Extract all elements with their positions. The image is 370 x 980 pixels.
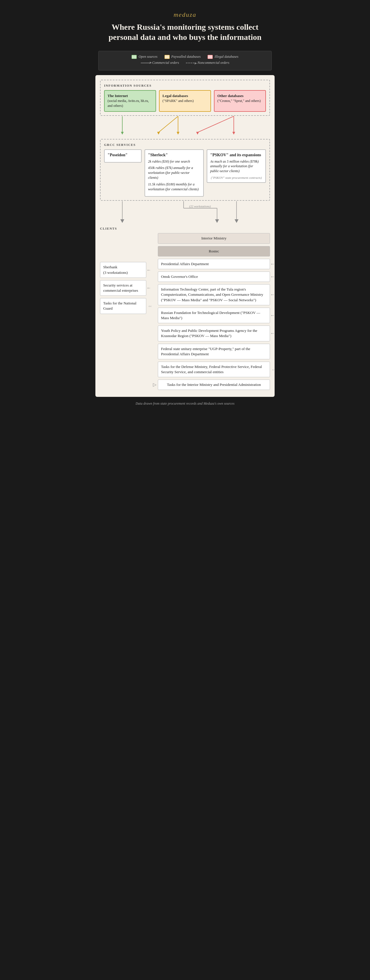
client-sberbank-text: Sberbank(3 workstations) <box>103 265 128 274</box>
sherlock-detail-2: 450k rubles ($7k) annually for a worksta… <box>148 165 200 180</box>
foundation-arrow: ← <box>270 312 275 318</box>
svg-marker-9 <box>233 132 235 135</box>
interior-presidential-arrow: ▷ <box>153 382 156 388</box>
legend-commercial: Commercial orders <box>141 60 179 65</box>
source-internet-detail: (social media, Avito.ru, hh.ru, and othe… <box>107 99 149 108</box>
clients-section-label: CLIENTS <box>100 227 270 230</box>
svg-marker-7 <box>196 132 199 135</box>
defense-text: Tasks for the Defense Ministry, Federal … <box>161 364 262 374</box>
legend-open-sources: Open sources <box>132 54 157 59</box>
source-other-title: Other databases <box>217 94 243 98</box>
grcc-section: GRCC SERVICES "Poseidon" "Sherlock" 2k r… <box>100 139 270 201</box>
source-other: Other databases ("Cronos," "Sprut," and … <box>214 90 266 112</box>
clients-right-col: Interior Ministry Rostec Presidential Af… <box>158 233 270 392</box>
sherlock-detail-1: 2k rubles ($30) for one search <box>148 159 200 164</box>
pskov-title: "PSKOV" and its expansions <box>210 153 263 158</box>
client-rostec: Rostec <box>158 246 270 256</box>
legend-green-box <box>132 55 137 59</box>
svg-marker-3 <box>157 132 160 135</box>
client-national-guard: Tasks for the National Guard ‹ ‹ <box>100 298 146 314</box>
legend-paywalled-label: Paywalled databases <box>171 54 201 59</box>
clients-layout: Sberbank(3 workstations) ← Security serv… <box>100 233 270 392</box>
security-services-text: Security services at commercial enterpri… <box>103 283 138 293</box>
legend-open-label: Open sources <box>139 54 157 59</box>
main-title: Where Russia's monitoring systems collec… <box>101 22 269 42</box>
source-internet: The Internet (social media, Avito.ru, hh… <box>104 90 156 112</box>
client-interior-ministry: Interior Ministry <box>158 233 270 243</box>
legend-commercial-label: Commercial orders <box>152 60 179 65</box>
footer: Data drawn from state procurement record… <box>92 397 278 410</box>
source-other-detail: ("Cronos," "Sprut," and others) <box>217 99 261 103</box>
client-tula-it: Information Technology Center, part of t… <box>158 284 270 305</box>
svg-marker-5 <box>177 132 180 135</box>
sherlock-detail-3: 11.5k rubles ($180) monthly for a workst… <box>148 182 200 192</box>
client-youth-policy: Youth Policy and Public Development Prog… <box>158 326 270 341</box>
page: meduza Where Russia's monitoring systems… <box>92 6 278 410</box>
security-arrow-left: ← <box>147 285 151 291</box>
pskov-detail-1: As much as 5 million rubles ($78k) annua… <box>210 159 263 173</box>
legend-row-1: Open sources Paywalled databases Illegal… <box>104 54 266 59</box>
client-sberbank: Sberbank(3 workstations) ← <box>100 262 146 278</box>
ugp-text: Federal state unitary enterprise "UGP-Pr… <box>161 347 250 356</box>
legend-box: Open sources Paywalled databases Illegal… <box>98 51 272 70</box>
grcc-to-clients-arrows: (22 workstations) <box>100 201 270 227</box>
youth-arrow: ← <box>270 330 275 336</box>
grcc-poseidon-box: "Poseidon" <box>104 150 142 162</box>
grcc-row: "Poseidon" "Sherlock" 2k rubles ($30) fo… <box>104 150 266 197</box>
national-guard-text: Tasks for the National Guard <box>103 301 136 310</box>
client-omsk: Omsk Governor's Office ← <box>158 272 270 282</box>
diagram-container: INFORMATION SOURCES The Internet (social… <box>96 75 274 397</box>
legend-pink-box <box>207 55 213 59</box>
poseidon-title: "Poseidon" <box>107 153 138 158</box>
svg-line-2 <box>158 116 178 132</box>
client-security-services: Security services at commercial enterpri… <box>100 280 146 296</box>
clients-left-col: Sberbank(3 workstations) ← Security serv… <box>100 233 146 316</box>
legend-orange-box <box>164 55 170 59</box>
mid-arrows-svg: (22 workstations) <box>100 201 270 227</box>
arrow-dashed-icon <box>186 63 195 63</box>
tula-it-text: Information Technology Center, part of t… <box>161 287 263 302</box>
grcc-pskov-box: "PSKOV" and its expansions As much as 5 … <box>207 150 266 183</box>
russian-foundation-text: Russian Foundation for Technological Dev… <box>161 310 260 320</box>
legend-paywalled: Paywalled databases <box>164 54 201 59</box>
sherlock-title: "Sherlock" <box>148 153 200 158</box>
clients-spacer <box>100 233 146 262</box>
arrow-solid-icon <box>141 63 150 63</box>
svg-marker-18 <box>235 220 238 223</box>
sberbank-arrow-left: ← <box>147 267 151 273</box>
sources-section-label: INFORMATION SOURCES <box>104 84 266 87</box>
grcc-section-label: GRCC SERVICES <box>104 143 266 146</box>
arrows-svg <box>100 116 270 139</box>
presidential-affairs-text: Presidential Affairs Department <box>161 262 209 266</box>
svg-marker-1 <box>121 132 124 135</box>
pskov-note: ("PSKOV" state procurement contracts) <box>210 176 263 179</box>
header: meduza Where Russia's monitoring systems… <box>92 6 278 48</box>
defense-arrow: ‹ ‹ <box>272 367 275 372</box>
client-interior-presidential: Tasks for the Interior Ministry and Pres… <box>158 380 270 390</box>
interior-ministry-text: Interior Ministry <box>201 236 226 240</box>
svg-marker-16 <box>120 220 124 223</box>
client-russian-foundation: Russian Foundation for Technological Dev… <box>158 308 270 323</box>
source-to-grcc-arrows <box>100 116 270 139</box>
presidential-arrow: ← <box>270 261 275 267</box>
footer-text: Data drawn from state procurement record… <box>136 401 234 406</box>
clients-section: CLIENTS Sberbank(3 workstations) ← Secur… <box>100 227 270 392</box>
source-legal: Legal databases ("SPARK" and others) <box>159 90 211 112</box>
svg-marker-14 <box>215 220 219 223</box>
svg-text:(22 workstations): (22 workstations) <box>189 205 211 208</box>
legend-noncommercial: Noncommercial orders <box>186 60 229 65</box>
omsk-text: Omsk Governor's Office <box>161 274 198 279</box>
legend-illegal: Illegal databases <box>207 54 238 59</box>
meduza-logo: meduza <box>101 11 269 19</box>
svg-line-6 <box>198 116 234 132</box>
interior-presidential-text: Tasks for the Interior Ministry and Pres… <box>167 382 261 387</box>
client-defense-ministry: Tasks for the Defense Ministry, Federal … <box>158 362 270 377</box>
client-ugp-property: Federal state unitary enterprise "UGP-Pr… <box>158 344 270 359</box>
youth-policy-text: Youth Policy and Public Development Prog… <box>161 328 257 338</box>
client-presidential-affairs: Presidential Affairs Department ← <box>158 259 270 269</box>
sources-section: INFORMATION SOURCES The Internet (social… <box>100 80 270 116</box>
sources-row: The Internet (social media, Avito.ru, hh… <box>104 90 266 112</box>
rostec-text: Rostec <box>209 249 219 253</box>
legend-noncommercial-label: Noncommercial orders <box>198 60 229 65</box>
source-legal-title: Legal databases <box>163 94 188 98</box>
